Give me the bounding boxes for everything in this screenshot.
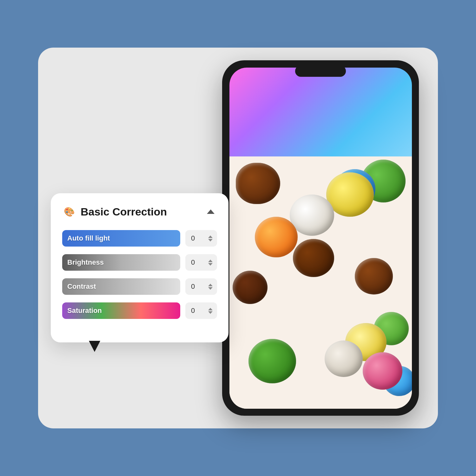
- candy-chocolate-1: [236, 163, 280, 204]
- auto-fill-light-spinner[interactable]: 0: [185, 230, 217, 247]
- candy-chocolate-4: [355, 258, 393, 294]
- auto-fill-light-track[interactable]: Auto fill light: [62, 230, 180, 247]
- main-card: 🎨 Basic Correction Auto fill light 0: [38, 48, 438, 428]
- contrast-row: Contrast 0: [62, 278, 217, 295]
- saturation-label: Saturation: [62, 302, 180, 319]
- saturation-row: Saturation 0: [62, 302, 217, 319]
- cursor-pointer-icon: [89, 341, 100, 352]
- auto-fill-light-row: Auto fill light 0: [62, 230, 217, 247]
- chevron-up-icon: [207, 209, 215, 214]
- brightness-arrows[interactable]: [208, 260, 213, 266]
- panel-title-group: 🎨 Basic Correction: [62, 205, 167, 219]
- brightness-row: Brightness 0: [62, 254, 217, 271]
- saturation-up-arrow[interactable]: [208, 308, 213, 310]
- candy-green-2: [248, 339, 296, 383]
- contrast-up-arrow[interactable]: [208, 284, 213, 286]
- saturation-spinner[interactable]: 0: [185, 302, 217, 319]
- correction-panel: 🎨 Basic Correction Auto fill light 0: [51, 193, 228, 342]
- saturation-value: 0: [190, 307, 196, 315]
- brightness-track[interactable]: Brightness: [62, 254, 180, 271]
- brightness-label: Brightness: [62, 254, 180, 271]
- panel-header: 🎨 Basic Correction: [62, 205, 217, 219]
- contrast-label: Contrast: [62, 278, 180, 295]
- candy-scene: [229, 156, 412, 409]
- phone-gradient: [229, 68, 412, 156]
- brightness-down-arrow[interactable]: [208, 263, 213, 266]
- candy-pink-1: [363, 352, 402, 390]
- candy-chocolate-2: [293, 239, 334, 277]
- correction-icon: 🎨: [62, 205, 76, 219]
- candy-white-1: [290, 195, 334, 236]
- contrast-spinner[interactable]: 0: [185, 278, 217, 295]
- auto-fill-light-up-arrow[interactable]: [208, 235, 213, 238]
- collapse-button[interactable]: [204, 205, 217, 218]
- panel-title: Basic Correction: [81, 206, 167, 218]
- brightness-up-arrow[interactable]: [208, 260, 213, 262]
- phone-candy-area: [229, 156, 412, 409]
- candy-white-2: [325, 340, 363, 377]
- saturation-down-arrow[interactable]: [208, 311, 213, 314]
- auto-fill-light-arrows[interactable]: [208, 235, 213, 241]
- candy-orange-1: [255, 217, 298, 257]
- auto-fill-light-value: 0: [190, 234, 196, 242]
- contrast-down-arrow[interactable]: [208, 287, 213, 290]
- contrast-track[interactable]: Contrast: [62, 278, 180, 295]
- saturation-arrows[interactable]: [208, 308, 213, 314]
- phone-screen: [229, 68, 412, 409]
- phone-mockup: [222, 60, 419, 416]
- candy-chocolate-3: [233, 271, 268, 304]
- phone-outer: [222, 60, 419, 416]
- contrast-value: 0: [190, 282, 196, 291]
- contrast-arrows[interactable]: [208, 284, 213, 290]
- saturation-track[interactable]: Saturation: [62, 302, 180, 319]
- auto-fill-light-label: Auto fill light: [62, 230, 180, 247]
- phone-notch: [295, 65, 346, 77]
- brightness-spinner[interactable]: 0: [185, 254, 217, 271]
- auto-fill-light-down-arrow[interactable]: [208, 239, 213, 241]
- brightness-value: 0: [190, 258, 196, 267]
